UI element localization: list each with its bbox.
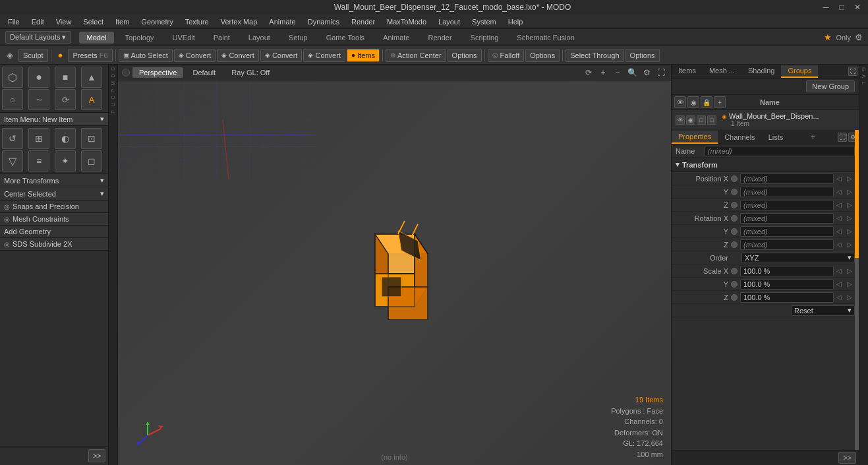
convert-button-2[interactable]: ◈ Convert [217,49,259,62]
rotation-y-input[interactable]: (mixed) [740,226,834,237]
rotation-x-arrow-right[interactable]: ▷ [847,214,855,222]
rotation-z-arrow-right[interactable]: ▷ [847,241,855,248]
center-selected-header[interactable]: Center Selected ▾ [0,187,108,200]
rotation-x-arrow-left[interactable]: ◁ [836,214,844,222]
menu-render[interactable]: Render [346,16,380,27]
convert-button-3[interactable]: ◈ Convert [260,49,303,62]
options-button-3[interactable]: Options [625,49,660,62]
vert-tab-dup[interactable]: D [109,73,117,79]
scale-z-dot[interactable] [731,294,738,301]
sculpt-icon-btn[interactable]: ◈ [3,49,17,62]
viewport-expand-icon[interactable]: ⛶ [655,67,667,78]
vert-tab-uv[interactable]: U [109,102,117,108]
add-geometry-header[interactable]: Add Geometry [0,226,108,237]
tool-undo[interactable]: ↺ [2,128,23,149]
tool-oval[interactable]: ○ [2,89,23,110]
tab-animate[interactable]: Animate [375,32,417,44]
menu-texture[interactable]: Texture [180,16,214,27]
scale-x-dot[interactable] [731,268,738,274]
vert-tab-sculpt[interactable]: S [109,66,117,72]
scale-z-arrow-right[interactable]: ▷ [847,294,855,301]
minimize-button[interactable]: ─ [821,2,831,13]
rotation-y-arrow-left[interactable]: ◁ [836,228,844,235]
prop-name-input[interactable]: (mixed) [705,146,855,156]
tool-expand[interactable]: ▽ [2,150,23,171]
tab-layout[interactable]: Layout [241,32,278,44]
rt-eye-icon[interactable]: 👁 [674,96,686,108]
menu-edit[interactable]: Edit [26,16,49,27]
rotation-z-dot[interactable] [731,241,738,248]
ptab-properties[interactable]: Properties [672,131,718,144]
sds-subdivide-header[interactable]: ◎ SDS Subdivide 2X [0,238,108,250]
sculpt-button[interactable]: Sculpt [18,49,48,62]
menu-layout[interactable]: Layout [433,16,465,27]
position-y-arrow-right[interactable]: ▷ [847,188,855,195]
position-y-dot[interactable] [731,189,738,195]
vert-rtab-a[interactable]: A [859,73,868,79]
position-z-input[interactable]: (mixed) [740,200,834,210]
menu-geometry[interactable]: Geometry [136,16,178,27]
position-z-dot[interactable] [731,202,738,208]
position-x-dot[interactable] [731,175,738,182]
vert-tab-c[interactable]: C [109,94,117,101]
rt-plus-icon[interactable]: + [714,96,726,108]
expand-left-button[interactable]: >> [88,449,105,462]
scale-y-input[interactable]: 100.0 % [740,279,834,290]
position-y-input[interactable]: (mixed) [740,187,834,197]
transform-section-header[interactable]: ▾ Transform [672,158,859,172]
vert-tab-mes[interactable]: M [109,80,117,87]
mode-settings-icon[interactable]: ⚙ [855,32,863,42]
rtab-items[interactable]: Items [672,65,703,78]
vert-tab-f[interactable]: F [109,109,117,115]
expand-right-button[interactable]: >> [838,452,856,464]
rtab-shading[interactable]: Shading [741,65,781,78]
ptab-lists[interactable]: Lists [762,131,790,143]
close-button[interactable]: ✕ [852,2,863,13]
ptab-channels[interactable]: Channels [718,131,761,143]
menu-dynamics[interactable]: Dynamics [303,16,345,27]
vp-tab-default[interactable]: Default [186,67,222,78]
scale-y-arrow-left[interactable]: ◁ [836,280,844,288]
convert-button-4[interactable]: ◈ Convert [303,49,345,62]
menu-help[interactable]: Help [503,16,529,27]
tab-schematic-fusion[interactable]: Schematic Fusion [509,32,582,44]
position-x-input[interactable]: (mixed) [740,173,834,184]
tab-model[interactable]: Model [79,32,115,44]
select-through-button[interactable]: Select Through [565,49,623,62]
menu-view[interactable]: View [51,16,77,27]
viewport-canvas[interactable]: 19 Items Polygons : Face Channels: 0 Def… [118,80,671,465]
convert-button-1[interactable]: ◈ Convert [174,49,216,62]
tool-sphere[interactable]: ⬡ [2,67,23,88]
vert-rtab-go[interactable]: G [859,66,868,73]
items-button[interactable]: ● Items [347,49,380,62]
order-select[interactable]: XYZ ▾ [741,253,855,263]
menu-animate[interactable]: Animate [264,16,301,27]
rotation-y-dot[interactable] [731,228,738,235]
position-y-arrow-left[interactable]: ◁ [836,188,844,195]
scale-y-arrow-right[interactable]: ▷ [847,280,855,288]
options-button-2[interactable]: Options [525,49,560,62]
menu-maxtomodo[interactable]: MaxToModo [382,16,432,27]
rp-expand-icon[interactable]: ⛶ [848,67,857,76]
scale-x-arrow-right[interactable]: ▷ [847,267,855,274]
viewport-orbit-icon[interactable]: ⟳ [583,67,594,78]
auto-select-button[interactable]: ▣ Auto Select [119,49,173,62]
item-render-icon[interactable]: ◉ [686,115,695,125]
item-menu-dropdown[interactable]: Item Menu: New Item ▾ [0,113,108,126]
default-layouts-dropdown[interactable]: Default Layouts ▾ [5,31,71,44]
position-x-arrow-right[interactable]: ▷ [847,175,855,182]
options-button-1[interactable]: Options [448,49,482,62]
tool-grid[interactable]: ⊞ [28,128,49,149]
menu-item[interactable]: Item [110,16,134,27]
position-x-arrow-left[interactable]: ◁ [836,175,844,182]
rotation-z-input[interactable]: (mixed) [740,239,834,250]
tab-uvedit[interactable]: UVEdit [165,32,203,44]
action-center-button[interactable]: ⊕ Action Center [386,49,446,62]
menu-system[interactable]: System [467,16,502,27]
tool-rotate[interactable]: ⟳ [55,89,76,110]
rotation-y-arrow-right[interactable]: ▷ [847,228,855,235]
mesh-constraints-header[interactable]: ◎ Mesh Constraints [0,213,108,225]
scale-x-arrow-left[interactable]: ◁ [836,267,844,274]
maximize-button[interactable]: □ [836,2,847,13]
reset-select[interactable]: Reset ▾ [791,305,855,316]
